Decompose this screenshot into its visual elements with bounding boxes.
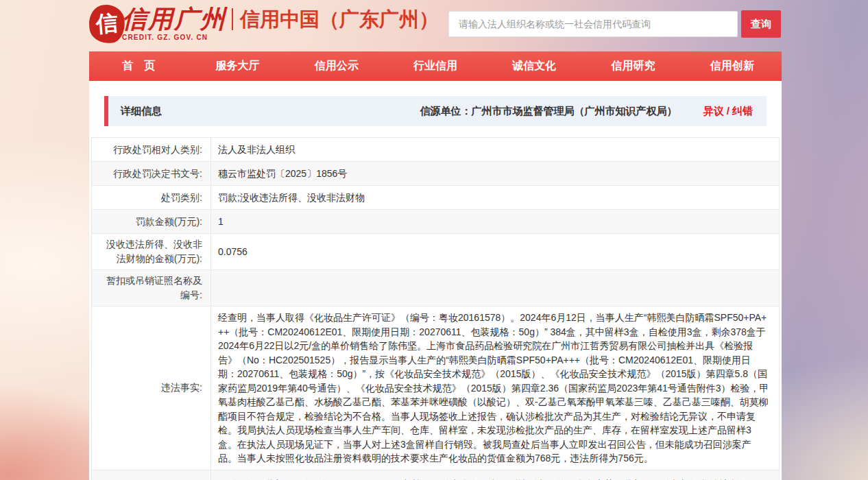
nav-item-credit-publicity[interactable]: 信用公示 bbox=[287, 51, 386, 81]
logo-divider bbox=[232, 8, 233, 30]
row-value: 穗云市监处罚〔2025〕1856号 bbox=[211, 162, 779, 185]
site-logo[interactable]: 信 信用广州 CREDIT. GZ. GOV. CN bbox=[89, 5, 226, 43]
table-row: ①《化妆品监督管理条例》（2021年1月1日起施行）第六十条：有下列情形之一的，… bbox=[92, 470, 779, 480]
row-value: ①《化妆品监督管理条例》（2021年1月1日起施行）第六十条：有下列情形之一的，… bbox=[211, 470, 779, 480]
row-value: 罚款;没收违法所得、没收非法财物 bbox=[211, 186, 779, 209]
nav-item-industry-credit[interactable]: 行业信用 bbox=[386, 51, 485, 81]
row-label: 行政处罚相对人类别: bbox=[92, 138, 211, 161]
table-row: 罚款金额(万元): 1 bbox=[92, 210, 779, 234]
row-label: 罚款金额(万元): bbox=[92, 210, 211, 233]
top-header: 信 信用广州 CREDIT. GZ. GOV. CN 信用中国（广东广州） 查询 bbox=[0, 0, 868, 51]
row-label: 没收违法所得、没收非法财物的金额(万元): bbox=[92, 234, 211, 269]
nav-item-integrity-culture[interactable]: 诚信文化 bbox=[485, 51, 583, 81]
table-row: 没收违法所得、没收非法财物的金额(万元): 0.0756 bbox=[92, 234, 779, 270]
row-label bbox=[92, 470, 211, 480]
row-value bbox=[211, 270, 779, 306]
row-value: 经查明，当事人取得《化妆品生产许可证》（编号：粤妆20161578）。2024年… bbox=[211, 307, 779, 470]
table-row: 处罚类别: 罚款;没收违法所得、没收非法财物 bbox=[92, 186, 779, 210]
nav-item-credit-innovation[interactable]: 信用创新 bbox=[683, 51, 782, 81]
source-unit-label: 信源单位：广州市市场监督管理局（广州市知识产权局） bbox=[420, 105, 677, 118]
table-row: 行政处罚决定书文号: 穗云市监处罚〔2025〕1856号 bbox=[92, 162, 779, 186]
row-value: 1 bbox=[211, 210, 779, 233]
page-title: 详细信息 bbox=[121, 105, 162, 118]
table-row: 暂扣或吊销证照名称及编号: bbox=[92, 270, 779, 307]
content-panel: 详细信息 信源单位：广州市市场监督管理局（广州市知识产权局） 异议 / 纠错 行… bbox=[89, 81, 782, 480]
row-label: 行政处罚决定书文号: bbox=[92, 162, 211, 185]
row-value: 法人及非法人组织 bbox=[211, 138, 779, 161]
nav-item-home[interactable]: 首 页 bbox=[89, 51, 188, 81]
red-accent-bar bbox=[104, 96, 108, 126]
logo-text: 信用广州 bbox=[122, 7, 226, 32]
table-row: 违法事实: 经查明，当事人取得《化妆品生产许可证》（编号：粤妆20161578）… bbox=[92, 307, 779, 470]
search-bar: 查询 bbox=[448, 10, 781, 38]
row-label: 违法事实: bbox=[92, 307, 211, 470]
row-value: 0.0756 bbox=[211, 234, 779, 269]
dispute-correction-link[interactable]: 异议 / 纠错 bbox=[703, 105, 753, 118]
row-label: 暂扣或吊销证照名称及编号: bbox=[92, 270, 211, 306]
logo-seal-icon: 信 bbox=[88, 3, 127, 45]
nav-item-credit-research[interactable]: 信用研究 bbox=[583, 51, 682, 81]
penalty-detail-table: 行政处罚相对人类别: 法人及非法人组织 行政处罚决定书文号: 穗云市监处罚〔20… bbox=[91, 137, 780, 480]
row-label: 处罚类别: bbox=[92, 186, 211, 209]
search-button[interactable]: 查询 bbox=[741, 10, 781, 38]
nav-item-service-hall[interactable]: 服务大厅 bbox=[188, 51, 287, 81]
table-row: 行政处罚相对人类别: 法人及非法人组织 bbox=[92, 138, 779, 162]
main-nav: 首 页 服务大厅 信用公示 行业信用 诚信文化 信用研究 信用创新 bbox=[89, 51, 782, 81]
site-title: 信用中国（广东广州） bbox=[240, 6, 439, 34]
logo-subtext: CREDIT. GZ. GOV. CN bbox=[122, 34, 226, 41]
search-input[interactable] bbox=[448, 11, 738, 37]
detail-header-bar: 详细信息 信源单位：广州市市场监督管理局（广州市知识产权局） 异议 / 纠错 bbox=[104, 96, 767, 126]
